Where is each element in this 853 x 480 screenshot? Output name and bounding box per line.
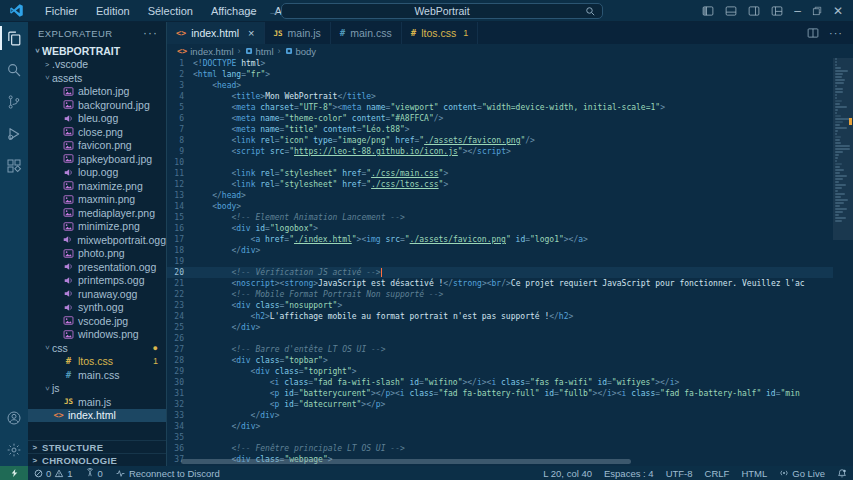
nav-forward-icon[interactable]: → bbox=[268, 4, 280, 18]
tree-item-main-js[interactable]: >JSmain.js bbox=[28, 395, 166, 409]
img-file-icon bbox=[62, 207, 75, 218]
code-line-36: 36<!-- Fenêtre principale LT OS UI --> bbox=[167, 443, 853, 454]
restore-icon[interactable] bbox=[812, 6, 822, 16]
tree-item-bleu-ogg[interactable]: >bleu.ogg bbox=[28, 112, 166, 126]
tree-item-runaway-ogg[interactable]: >runaway.ogg bbox=[28, 287, 166, 301]
code-line-20: 20<!-- Vérification JS activé --> bbox=[167, 267, 853, 278]
tree-item-background-jpg[interactable]: >background.jpg bbox=[28, 98, 166, 112]
tree-item-label: background.jpg bbox=[78, 99, 150, 111]
editor-group: <>index.html×JSmain.js#main.css#ltos.css… bbox=[167, 22, 853, 466]
toggle-secondary-sidebar-icon[interactable] bbox=[748, 5, 760, 17]
tree-item-maximize-png[interactable]: >maximize.png bbox=[28, 179, 166, 193]
discord-status[interactable]: Reconnect to Discord bbox=[109, 466, 226, 480]
tree-item-loup-ogg[interactable]: >loup.ogg bbox=[28, 166, 166, 180]
customize-layout-icon[interactable] bbox=[771, 5, 783, 17]
tree-item-label: main.js bbox=[78, 396, 111, 408]
editor-more-actions-icon[interactable]: ··· bbox=[829, 27, 843, 39]
breadcrumb-item-body[interactable]: body bbox=[285, 46, 317, 57]
close-icon[interactable]: × bbox=[248, 27, 254, 39]
code-editor[interactable]: 1<!DOCTYPE html>2<html lang="fr">3<head>… bbox=[167, 58, 853, 466]
tree-item-mixwebportrait-ogg[interactable]: >mixwebportrait.ogg bbox=[28, 233, 166, 247]
problems-indicator[interactable]: 0 1 bbox=[28, 466, 79, 480]
split-editor-icon[interactable] bbox=[807, 27, 819, 39]
nav-back-icon[interactable]: ← bbox=[246, 4, 258, 18]
tab-main-js[interactable]: JSmain.js bbox=[265, 22, 331, 44]
encoding-setting[interactable]: UTF-8 bbox=[660, 466, 699, 480]
eol-setting[interactable]: CRLF bbox=[699, 466, 736, 480]
img-file-icon bbox=[62, 153, 75, 164]
go-live-button[interactable]: Go Live bbox=[773, 466, 831, 480]
tree-item-js[interactable]: >js bbox=[28, 382, 166, 396]
tree-item-mediaplayer-png[interactable]: >mediaplayer.png bbox=[28, 206, 166, 220]
tree-item-synth-ogg[interactable]: >synth.ogg bbox=[28, 301, 166, 315]
minimize-icon[interactable]: – bbox=[794, 4, 801, 18]
line-number: 18 bbox=[167, 245, 193, 256]
tree-item-assets[interactable]: >assets bbox=[28, 71, 166, 85]
tab-index-html[interactable]: <>index.html× bbox=[167, 22, 265, 44]
cursor-position[interactable]: L 20, col 40 bbox=[537, 466, 598, 480]
tree-item-css[interactable]: >css● bbox=[28, 341, 166, 355]
remote-indicator[interactable] bbox=[0, 466, 28, 480]
audio-file-icon bbox=[62, 275, 75, 286]
activity-settings-icon[interactable] bbox=[0, 434, 28, 466]
activity-extensions-icon[interactable] bbox=[0, 150, 28, 182]
img-file-icon bbox=[62, 315, 75, 326]
tab-main-css[interactable]: #main.css bbox=[331, 22, 402, 44]
notifications-bell[interactable] bbox=[831, 466, 853, 480]
tree-item-photo-png[interactable]: >photo.png bbox=[28, 247, 166, 261]
chevron-right-icon: > bbox=[43, 60, 52, 68]
cssy-file-icon: # bbox=[62, 356, 75, 366]
menu-item-slection[interactable]: Sélection bbox=[139, 0, 202, 22]
command-center-search[interactable]: WebPortrait bbox=[281, 3, 603, 19]
breadcrumb-item-html[interactable]: html bbox=[245, 46, 274, 57]
tree-item--vscode[interactable]: >.vscode bbox=[28, 58, 166, 72]
tree-item-webportrait[interactable]: >WEBPORTRAIT bbox=[28, 44, 166, 58]
language-mode[interactable]: HTML bbox=[735, 466, 773, 480]
tree-item-ltos-css[interactable]: >#ltos.css1 bbox=[28, 355, 166, 369]
line-number: 11 bbox=[167, 168, 193, 179]
close-icon[interactable]: ✕ bbox=[833, 4, 843, 18]
more-actions-icon[interactable]: ··· bbox=[143, 26, 158, 40]
tab-ltos-css[interactable]: #ltos.css1 bbox=[402, 22, 478, 44]
code-line-11: 11<link rel="stylesheet" href="./css/mai… bbox=[167, 168, 853, 179]
activity-source-control-icon[interactable] bbox=[0, 86, 28, 118]
code-line-3: 3<head> bbox=[167, 80, 853, 91]
code-line-16: 16<div id="logobox"> bbox=[167, 223, 853, 234]
tree-item-label: close.png bbox=[78, 126, 123, 138]
tab-bar: <>index.html×JSmain.js#main.css#ltos.css… bbox=[167, 22, 853, 44]
section-structure[interactable]: >STRUCTURE bbox=[28, 440, 166, 453]
tree-item-close-png[interactable]: >close.png bbox=[28, 125, 166, 139]
tree-item-maxmin-png[interactable]: >maxmin.png bbox=[28, 193, 166, 207]
code-line-12: 12<link rel="stylesheet" href="./css/lto… bbox=[167, 179, 853, 190]
tree-item-favicon-png[interactable]: >favicon.png bbox=[28, 139, 166, 153]
tree-item-vscode-jpg[interactable]: >vscode.jpg bbox=[28, 314, 166, 328]
activity-account-icon[interactable] bbox=[0, 402, 28, 434]
tree-item-label: minimize.png bbox=[78, 220, 140, 232]
line-number: 21 bbox=[167, 278, 193, 289]
section-chronologie[interactable]: >CHRONOLOGIE bbox=[28, 453, 166, 466]
tree-item-index-html[interactable]: ><>index.html bbox=[28, 409, 166, 423]
breadcrumb-item-index-html[interactable]: <>index.html bbox=[177, 46, 234, 57]
tree-item-japkeyboard-jpg[interactable]: >japkeyboard.jpg bbox=[28, 152, 166, 166]
ports-indicator[interactable]: 0 bbox=[79, 466, 109, 480]
warning-count: 1 bbox=[67, 468, 72, 479]
menu-item-edition[interactable]: Edition bbox=[87, 0, 139, 22]
tree-item-presentation-ogg[interactable]: >presentation.ogg bbox=[28, 260, 166, 274]
horizontal-scrollbar[interactable] bbox=[181, 459, 631, 464]
menu-item-fichier[interactable]: Fichier bbox=[36, 0, 87, 22]
toggle-sidebar-icon[interactable] bbox=[702, 5, 714, 17]
tree-item-ableton-jpg[interactable]: >ableton.jpg bbox=[28, 85, 166, 99]
activity-explorer-icon[interactable] bbox=[0, 22, 28, 54]
tree-item-windows-png[interactable]: >windows.png bbox=[28, 328, 166, 342]
ports-count: 0 bbox=[98, 468, 103, 479]
activity-run-debug-icon[interactable] bbox=[0, 118, 28, 150]
tree-item-minimize-png[interactable]: >minimize.png bbox=[28, 220, 166, 234]
minimap[interactable] bbox=[833, 58, 853, 466]
js-file-icon: JS bbox=[274, 28, 283, 38]
indentation-setting[interactable]: Espaces : 4 bbox=[598, 466, 660, 480]
tree-item-label: WEBPORTRAIT bbox=[42, 45, 120, 57]
tree-item-main-css[interactable]: >#main.css bbox=[28, 368, 166, 382]
tree-item-printemps-ogg[interactable]: >printemps.ogg bbox=[28, 274, 166, 288]
toggle-panel-icon[interactable] bbox=[725, 5, 737, 17]
activity-search-icon[interactable] bbox=[0, 54, 28, 86]
